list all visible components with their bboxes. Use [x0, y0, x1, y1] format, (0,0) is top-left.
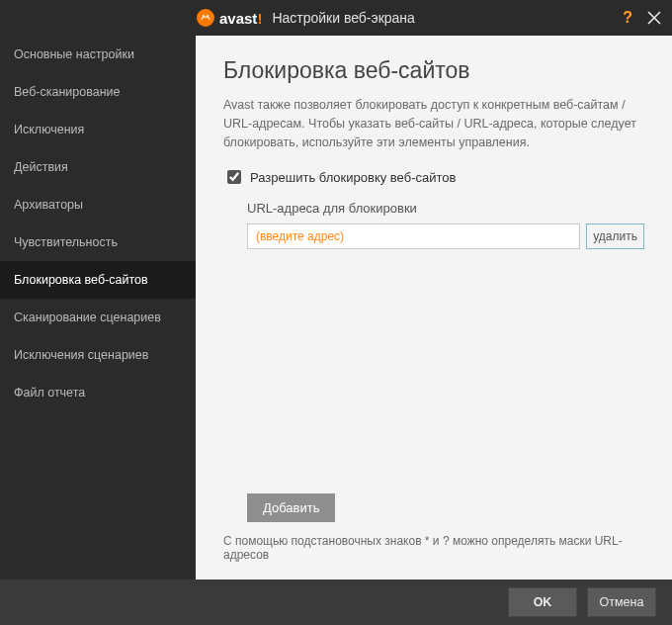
sidebar-item[interactable]: Исключения — [0, 111, 196, 148]
enable-blocking-label: Разрешить блокировку веб-сайтов — [250, 170, 456, 185]
url-section-label: URL-адреса для блокировки — [247, 201, 644, 216]
help-icon[interactable]: ? — [623, 9, 632, 27]
enable-blocking-row[interactable]: Разрешить блокировку веб-сайтов — [223, 167, 644, 187]
svg-point-2 — [207, 15, 209, 17]
svg-point-1 — [203, 15, 205, 17]
enable-blocking-checkbox[interactable] — [227, 170, 241, 184]
page-title: Блокировка веб-сайтов — [223, 57, 644, 84]
page-description: Avast также позволяет блокировать доступ… — [223, 96, 644, 151]
sidebar-item[interactable]: Сканирование сценариев — [0, 299, 196, 336]
window-title: Настройки веб-экрана — [272, 10, 414, 26]
add-button[interactable]: Добавить — [247, 493, 335, 522]
body: Основные настройкиВеб-сканированиеИсключ… — [0, 36, 672, 580]
settings-window: avast! Настройки веб-экрана ? Основные н… — [0, 0, 672, 625]
wildcard-hint: С помощью подстановочных знаков * и ? мо… — [223, 534, 644, 562]
titlebar-left: avast! Настройки веб-экрана — [0, 8, 623, 28]
close-icon[interactable] — [646, 10, 662, 26]
footer: OK Отмена — [0, 580, 672, 625]
svg-point-0 — [197, 9, 214, 27]
sidebar-item[interactable]: Действия — [0, 148, 196, 186]
ok-button[interactable]: OK — [508, 587, 577, 617]
sidebar-item[interactable]: Архиваторы — [0, 186, 196, 223]
logo-wordmark: avast! — [219, 10, 262, 27]
url-list-area — [247, 253, 644, 488]
sidebar-item[interactable]: Чувствительность — [0, 223, 196, 261]
sidebar: Основные настройкиВеб-сканированиеИсключ… — [0, 36, 196, 580]
sidebar-item[interactable]: Файл отчета — [0, 374, 196, 411]
url-input[interactable] — [247, 223, 580, 249]
titlebar: avast! Настройки веб-экрана ? — [0, 0, 672, 36]
app-logo: avast! — [196, 8, 262, 28]
cancel-button[interactable]: Отмена — [587, 587, 656, 617]
sidebar-item[interactable]: Веб-сканирование — [0, 73, 196, 111]
sidebar-item[interactable]: Основные настройки — [0, 36, 196, 73]
sidebar-item[interactable]: Исключения сценариев — [0, 336, 196, 374]
content-panel: Блокировка веб-сайтов Avast также позвол… — [196, 36, 672, 580]
url-row: удалить — [247, 223, 644, 249]
sidebar-item[interactable]: Блокировка веб-сайтов — [0, 261, 196, 299]
logo-icon — [196, 8, 215, 28]
delete-button[interactable]: удалить — [586, 223, 644, 249]
